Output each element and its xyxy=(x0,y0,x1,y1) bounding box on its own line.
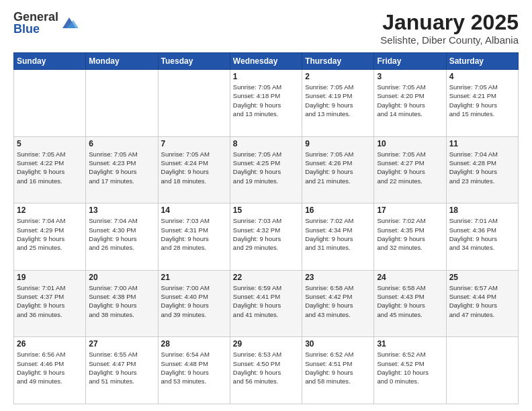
day-number: 28 xyxy=(161,339,227,349)
day-cell-6: 6Sunrise: 7:05 AMSunset: 4:23 PMDaylight… xyxy=(86,136,158,203)
day-number: 26 xyxy=(17,339,83,349)
day-info: Sunrise: 7:05 AMSunset: 4:26 PMDaylight:… xyxy=(305,150,371,185)
logo-icon xyxy=(60,13,79,32)
week-row-2: 5Sunrise: 7:05 AMSunset: 4:22 PMDaylight… xyxy=(14,136,519,203)
weekday-header-friday: Friday xyxy=(374,53,446,70)
page: General Blue January 2025 Selishte, Dibe… xyxy=(0,0,532,411)
day-info: Sunrise: 7:03 AMSunset: 4:31 PMDaylight:… xyxy=(161,216,227,252)
logo: General Blue xyxy=(13,11,79,35)
day-cell-15: 15Sunrise: 7:03 AMSunset: 4:32 PMDayligh… xyxy=(230,203,302,271)
logo-blue: Blue xyxy=(13,23,58,35)
day-info: Sunrise: 7:03 AMSunset: 4:32 PMDaylight:… xyxy=(233,216,299,252)
day-cell-29: 29Sunrise: 6:53 AMSunset: 4:50 PMDayligh… xyxy=(230,337,302,404)
day-number: 15 xyxy=(233,205,299,215)
day-cell-23: 23Sunrise: 6:58 AMSunset: 4:42 PMDayligh… xyxy=(302,270,374,337)
day-number: 20 xyxy=(89,273,154,282)
day-info: Sunrise: 6:52 AMSunset: 4:52 PMDaylight:… xyxy=(377,350,443,385)
day-info: Sunrise: 7:04 AMSunset: 4:30 PMDaylight:… xyxy=(89,216,154,252)
day-cell-24: 24Sunrise: 6:58 AMSunset: 4:43 PMDayligh… xyxy=(374,270,446,337)
day-cell-16: 16Sunrise: 7:02 AMSunset: 4:34 PMDayligh… xyxy=(302,203,374,271)
day-number: 8 xyxy=(233,139,299,148)
day-number: 1 xyxy=(233,72,299,81)
day-info: Sunrise: 6:53 AMSunset: 4:50 PMDaylight:… xyxy=(233,350,299,385)
day-number: 17 xyxy=(377,205,443,215)
day-cell-3: 3Sunrise: 7:05 AMSunset: 4:20 PMDaylight… xyxy=(374,70,446,137)
day-info: Sunrise: 7:04 AMSunset: 4:29 PMDaylight:… xyxy=(17,216,83,252)
day-number: 27 xyxy=(89,339,154,349)
day-number: 11 xyxy=(449,139,515,148)
day-info: Sunrise: 7:01 AMSunset: 4:36 PMDaylight:… xyxy=(449,216,515,252)
day-cell-9: 9Sunrise: 7:05 AMSunset: 4:26 PMDaylight… xyxy=(302,136,374,203)
day-cell-11: 11Sunrise: 7:04 AMSunset: 4:28 PMDayligh… xyxy=(446,136,518,203)
day-cell-25: 25Sunrise: 6:57 AMSunset: 4:44 PMDayligh… xyxy=(446,270,518,337)
day-cell-21: 21Sunrise: 7:00 AMSunset: 4:40 PMDayligh… xyxy=(158,270,230,337)
day-cell-28: 28Sunrise: 6:54 AMSunset: 4:48 PMDayligh… xyxy=(158,337,230,404)
day-cell-12: 12Sunrise: 7:04 AMSunset: 4:29 PMDayligh… xyxy=(14,203,86,271)
empty-cell xyxy=(86,70,158,137)
day-info: Sunrise: 7:05 AMSunset: 4:27 PMDaylight:… xyxy=(377,150,443,185)
day-info: Sunrise: 6:52 AMSunset: 4:51 PMDaylight:… xyxy=(305,350,371,385)
day-number: 21 xyxy=(161,273,227,282)
day-number: 22 xyxy=(233,273,299,282)
day-info: Sunrise: 7:05 AMSunset: 4:18 PMDaylight:… xyxy=(233,83,299,118)
day-number: 6 xyxy=(89,139,154,148)
day-number: 4 xyxy=(449,72,515,81)
day-number: 18 xyxy=(449,205,515,215)
day-number: 14 xyxy=(161,205,227,215)
day-number: 9 xyxy=(305,139,371,148)
title-block: January 2025 Selishte, Diber County, Alb… xyxy=(380,11,519,46)
empty-cell xyxy=(446,337,518,404)
day-info: Sunrise: 7:01 AMSunset: 4:37 PMDaylight:… xyxy=(17,283,83,319)
day-number: 2 xyxy=(305,72,371,81)
day-number: 24 xyxy=(377,273,443,282)
day-number: 10 xyxy=(377,139,443,148)
day-number: 5 xyxy=(17,139,83,148)
day-cell-19: 19Sunrise: 7:01 AMSunset: 4:37 PMDayligh… xyxy=(14,270,86,337)
day-number: 13 xyxy=(89,205,154,215)
day-cell-2: 2Sunrise: 7:05 AMSunset: 4:19 PMDaylight… xyxy=(302,70,374,137)
day-info: Sunrise: 7:05 AMSunset: 4:20 PMDaylight:… xyxy=(377,83,443,118)
day-cell-20: 20Sunrise: 7:00 AMSunset: 4:38 PMDayligh… xyxy=(86,270,158,337)
day-number: 29 xyxy=(233,339,299,349)
day-cell-22: 22Sunrise: 6:59 AMSunset: 4:41 PMDayligh… xyxy=(230,270,302,337)
day-info: Sunrise: 6:58 AMSunset: 4:43 PMDaylight:… xyxy=(377,283,443,319)
week-row-4: 19Sunrise: 7:01 AMSunset: 4:37 PMDayligh… xyxy=(14,270,519,337)
day-cell-7: 7Sunrise: 7:05 AMSunset: 4:24 PMDaylight… xyxy=(158,136,230,203)
day-info: Sunrise: 7:00 AMSunset: 4:38 PMDaylight:… xyxy=(89,283,154,319)
day-info: Sunrise: 6:54 AMSunset: 4:48 PMDaylight:… xyxy=(161,350,227,385)
day-cell-1: 1Sunrise: 7:05 AMSunset: 4:18 PMDaylight… xyxy=(230,70,302,137)
day-info: Sunrise: 6:58 AMSunset: 4:42 PMDaylight:… xyxy=(305,283,371,319)
weekday-header-row: SundayMondayTuesdayWednesdayThursdayFrid… xyxy=(14,53,519,70)
empty-cell xyxy=(14,70,86,137)
day-cell-14: 14Sunrise: 7:03 AMSunset: 4:31 PMDayligh… xyxy=(158,203,230,271)
day-info: Sunrise: 6:57 AMSunset: 4:44 PMDaylight:… xyxy=(449,283,515,319)
week-row-5: 26Sunrise: 6:56 AMSunset: 4:46 PMDayligh… xyxy=(14,337,519,404)
day-cell-27: 27Sunrise: 6:55 AMSunset: 4:47 PMDayligh… xyxy=(86,337,158,404)
logo-text: General Blue xyxy=(13,11,58,35)
day-cell-5: 5Sunrise: 7:05 AMSunset: 4:22 PMDaylight… xyxy=(14,136,86,203)
calendar-subtitle: Selishte, Diber County, Albania xyxy=(380,34,519,46)
day-info: Sunrise: 7:04 AMSunset: 4:28 PMDaylight:… xyxy=(449,150,515,185)
weekday-header-tuesday: Tuesday xyxy=(158,53,230,70)
day-info: Sunrise: 6:56 AMSunset: 4:46 PMDaylight:… xyxy=(17,350,83,385)
day-info: Sunrise: 6:55 AMSunset: 4:47 PMDaylight:… xyxy=(89,350,154,385)
empty-cell xyxy=(158,70,230,137)
logo-general: General xyxy=(13,11,58,23)
calendar-table: SundayMondayTuesdayWednesdayThursdayFrid… xyxy=(13,52,519,404)
day-info: Sunrise: 7:02 AMSunset: 4:35 PMDaylight:… xyxy=(377,216,443,252)
day-number: 25 xyxy=(449,273,515,282)
weekday-header-saturday: Saturday xyxy=(446,53,518,70)
day-number: 30 xyxy=(305,339,371,349)
day-cell-17: 17Sunrise: 7:02 AMSunset: 4:35 PMDayligh… xyxy=(374,203,446,271)
day-cell-13: 13Sunrise: 7:04 AMSunset: 4:30 PMDayligh… xyxy=(86,203,158,271)
day-info: Sunrise: 7:05 AMSunset: 4:21 PMDaylight:… xyxy=(449,83,515,118)
day-number: 7 xyxy=(161,139,227,148)
header: General Blue January 2025 Selishte, Dibe… xyxy=(13,11,519,46)
weekday-header-wednesday: Wednesday xyxy=(230,53,302,70)
day-cell-31: 31Sunrise: 6:52 AMSunset: 4:52 PMDayligh… xyxy=(374,337,446,404)
day-info: Sunrise: 7:05 AMSunset: 4:22 PMDaylight:… xyxy=(17,150,83,185)
day-info: Sunrise: 7:05 AMSunset: 4:23 PMDaylight:… xyxy=(89,150,154,185)
day-number: 12 xyxy=(17,205,83,215)
day-cell-30: 30Sunrise: 6:52 AMSunset: 4:51 PMDayligh… xyxy=(302,337,374,404)
weekday-header-sunday: Sunday xyxy=(14,53,86,70)
